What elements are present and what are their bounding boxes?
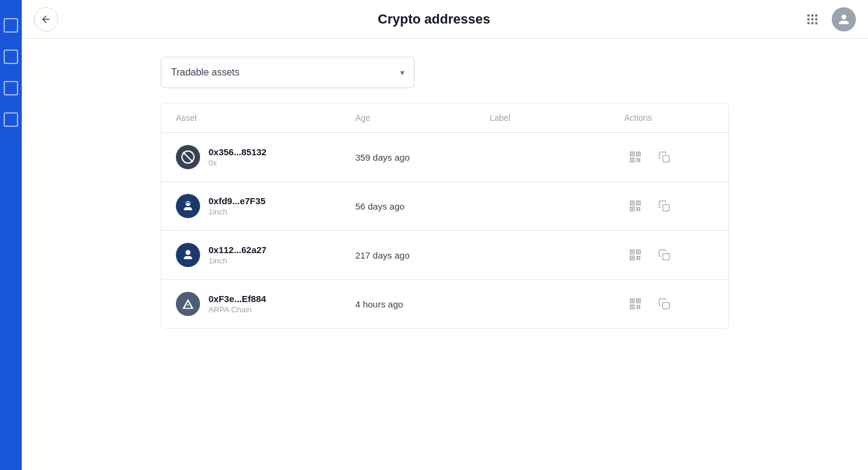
actions-cell-2: [624, 195, 714, 217]
svg-rect-42: [638, 256, 640, 258]
svg-rect-31: [636, 210, 638, 211]
table-row: 0x356...85132 0x 359 days ago: [161, 133, 728, 182]
svg-rect-28: [631, 208, 633, 210]
svg-rect-30: [638, 207, 640, 209]
user-avatar[interactable]: [832, 7, 856, 31]
asset-info-4: 0xF3e...Ef884 ARPA Chain: [209, 294, 266, 314]
qr-code-button-4[interactable]: [624, 293, 646, 315]
asset-cell-3: 0x112...62a27 1inch: [176, 243, 355, 267]
svg-rect-54: [631, 306, 633, 308]
asset-address-4: 0xF3e...Ef884: [209, 294, 266, 304]
qr-code-button-3[interactable]: [624, 244, 646, 266]
svg-rect-41: [636, 256, 638, 258]
svg-rect-33: [662, 205, 669, 211]
column-asset: Asset: [176, 113, 355, 123]
table-row: 0xfd9...e7F35 1inch 56 days ago: [161, 182, 728, 231]
filter-row: Tradable assets ▾: [161, 57, 729, 88]
content-area: Tradable assets ▾ Asset Age Label Action…: [22, 39, 868, 470]
svg-rect-7: [811, 22, 814, 24]
svg-rect-21: [662, 156, 669, 163]
svg-rect-4: [811, 18, 814, 21]
age-cell-2: 56 days ago: [355, 201, 490, 211]
asset-cell-1: 0x356...85132 0x: [176, 145, 355, 169]
svg-rect-50: [631, 300, 633, 302]
svg-rect-59: [662, 303, 669, 309]
qr-code-button-1[interactable]: [624, 146, 646, 168]
age-cell-4: 4 hours ago: [355, 299, 490, 309]
page-title: Crypto addresses: [378, 11, 490, 27]
svg-rect-43: [636, 259, 638, 260]
sidebar-item-1[interactable]: [4, 18, 18, 33]
asset-address-1: 0x356...85132: [209, 147, 267, 157]
asset-ticker-1: 0x: [209, 158, 267, 167]
asset-cell-4: 0xF3e...Ef884 ARPA Chain: [176, 292, 355, 316]
sidebar-item-2[interactable]: [4, 50, 18, 64]
header-left: [34, 7, 58, 31]
column-age: Age: [355, 113, 490, 123]
svg-rect-17: [636, 158, 638, 160]
svg-point-34: [186, 250, 190, 255]
svg-rect-26: [637, 202, 639, 204]
svg-rect-52: [637, 300, 639, 302]
svg-rect-20: [638, 161, 640, 163]
column-label: Label: [490, 113, 624, 123]
chevron-down-icon: ▾: [400, 68, 404, 77]
header-right: [800, 7, 856, 31]
svg-rect-14: [637, 153, 639, 155]
svg-rect-24: [631, 202, 633, 204]
qr-code-button-2[interactable]: [624, 195, 646, 217]
svg-rect-56: [638, 305, 640, 307]
svg-rect-3: [808, 18, 810, 21]
svg-rect-40: [631, 257, 633, 259]
svg-rect-12: [631, 153, 633, 155]
svg-rect-44: [638, 259, 640, 260]
asset-info-2: 0xfd9...e7F35 1inch: [209, 196, 265, 216]
svg-rect-29: [636, 207, 638, 209]
copy-button-2[interactable]: [653, 195, 675, 217]
svg-rect-0: [808, 14, 810, 16]
svg-rect-2: [815, 14, 818, 16]
sidebar-nav: [4, 18, 18, 127]
svg-rect-1: [811, 14, 814, 16]
svg-rect-5: [815, 18, 818, 21]
sidebar-item-3[interactable]: [4, 81, 18, 95]
svg-rect-38: [637, 251, 639, 253]
main-content: Crypto addresses: [22, 0, 868, 470]
copy-button-4[interactable]: [653, 293, 675, 315]
svg-point-48: [187, 304, 189, 306]
column-actions: Actions: [624, 113, 714, 123]
header: Crypto addresses: [22, 0, 868, 39]
table-row: 0xF3e...Ef884 ARPA Chain 4 hours ago: [161, 280, 728, 328]
asset-ticker-4: ARPA Chain: [209, 305, 266, 314]
actions-cell-3: [624, 244, 714, 266]
svg-rect-57: [636, 307, 638, 309]
asset-info-1: 0x356...85132 0x: [209, 147, 267, 167]
dropdown-label: Tradable assets: [171, 67, 239, 78]
asset-cell-2: 0xfd9...e7F35 1inch: [176, 194, 355, 218]
asset-ticker-3: 1inch: [209, 256, 267, 265]
svg-rect-55: [636, 305, 638, 307]
asset-address-2: 0xfd9...e7F35: [209, 196, 265, 206]
copy-button-3[interactable]: [653, 244, 675, 266]
age-cell-3: 217 days ago: [355, 250, 490, 260]
svg-rect-36: [631, 251, 633, 253]
addresses-table: Asset Age Label Actions 0x356...85132: [161, 103, 729, 329]
table-header: Asset Age Label Actions: [161, 103, 728, 133]
asset-info-3: 0x112...62a27 1inch: [209, 245, 267, 265]
sidebar: [0, 0, 22, 470]
svg-rect-8: [815, 22, 818, 24]
asset-ticker-2: 1inch: [209, 207, 265, 216]
asset-filter-dropdown[interactable]: Tradable assets ▾: [161, 57, 415, 88]
grid-icon[interactable]: [800, 7, 824, 31]
copy-button-1[interactable]: [653, 146, 675, 168]
asset-icon-1: [176, 145, 200, 169]
sidebar-item-4[interactable]: [4, 112, 18, 127]
back-button[interactable]: [34, 7, 58, 31]
actions-cell-1: [624, 146, 714, 168]
svg-rect-16: [631, 159, 633, 161]
svg-rect-32: [638, 210, 640, 211]
age-cell-1: 359 days ago: [355, 152, 490, 163]
asset-icon-4: [176, 292, 200, 316]
asset-icon-2: [176, 194, 200, 218]
svg-rect-18: [638, 158, 640, 160]
